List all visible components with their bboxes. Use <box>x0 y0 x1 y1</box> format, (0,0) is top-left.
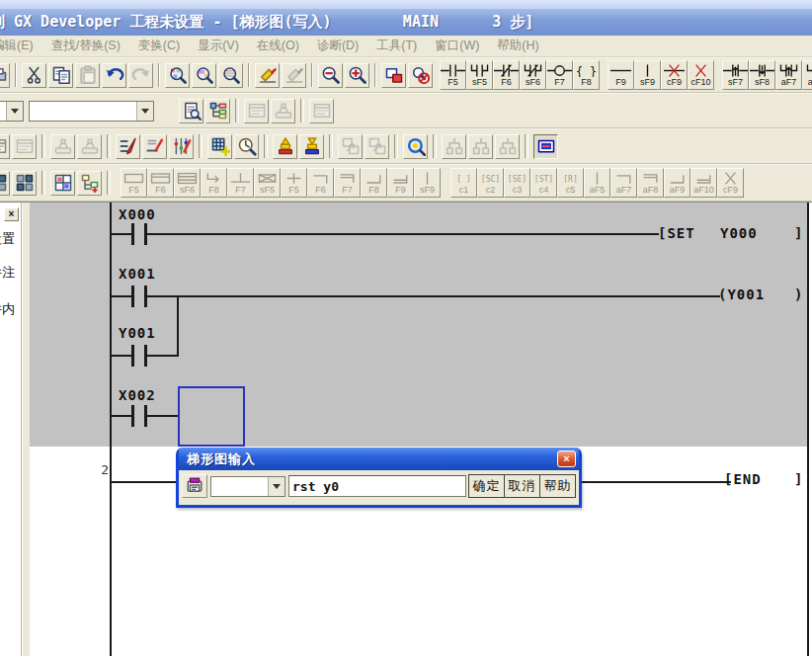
monitor-find-button[interactable] <box>403 134 428 159</box>
cut-button[interactable] <box>22 63 46 88</box>
parallel-falling-pulse-key-aF8[interactable]: aF8 <box>802 60 812 90</box>
closed-contact-key-F6[interactable]: F6 <box>493 60 520 90</box>
device-label-x002[interactable]: X002 <box>119 387 156 403</box>
copy-button[interactable] <box>48 63 73 88</box>
circuit-edit-button[interactable] <box>116 134 140 159</box>
device-label-y001[interactable]: Y001 <box>119 325 156 341</box>
delete-horizontal-line-key-cF9[interactable]: cF9 <box>661 60 688 90</box>
end-instruction[interactable]: [END <box>724 471 762 487</box>
window-title: 列 GX Developer 工程未设置 - [梯形图(写入) MAIN 3 步… <box>0 13 533 32</box>
menu-item-8[interactable]: 帮助(H) <box>488 38 547 54</box>
sfc-bracket-key-c1: [ ]c1 <box>450 168 477 198</box>
help-button[interactable]: 帮助 <box>539 474 576 498</box>
rising-pulse-key-sF7[interactable]: sF7 <box>722 60 749 90</box>
coil-y001[interactable]: (Y001 <box>718 287 765 302</box>
comment-display-button[interactable] <box>205 99 230 123</box>
block-list-button[interactable] <box>0 171 10 196</box>
device-find-button[interactable] <box>179 99 203 123</box>
menu-item-1[interactable]: 查找/替换(S) <box>42 38 129 54</box>
find-device-button[interactable] <box>165 63 190 88</box>
find-step-button[interactable] <box>218 63 243 88</box>
set-device-y000[interactable]: Y000 <box>720 225 758 241</box>
horizontal-line-key-F9[interactable]: F9 <box>608 60 634 90</box>
block-insert-button[interactable] <box>207 134 232 159</box>
device-set-button[interactable] <box>273 134 297 159</box>
falling-pulse-key-sF8[interactable]: sF8 <box>749 60 775 90</box>
sfc-vline-key-aF5: aF5 <box>584 168 610 198</box>
coil-key-F7[interactable]: F7 <box>546 60 573 90</box>
open-contact-key-F5[interactable]: F5 <box>440 60 466 90</box>
stamp_set-icon <box>276 136 295 156</box>
del_v-symbol-icon <box>718 172 743 185</box>
parallel-closed-contact-key-sF6[interactable]: sF6 <box>520 60 546 90</box>
set-instruction[interactable]: [SET <box>658 225 695 241</box>
remote-operation-button <box>77 134 102 159</box>
ladder-key-group-2: sF7sF8aF7aF8 <box>722 60 812 90</box>
split-screen-button[interactable] <box>381 63 406 88</box>
tree-item-device-comment[interactable]: 件注 <box>0 264 22 282</box>
device-label-x001[interactable]: X001 <box>119 266 156 282</box>
menu-item-2[interactable]: 变换(C) <box>129 38 189 54</box>
gwin-icon <box>312 101 332 121</box>
device-edit-button[interactable] <box>169 134 194 159</box>
grid_plus-icon <box>210 136 230 156</box>
tree-item-project[interactable]: 设置 <box>0 230 22 248</box>
delete-vertical-line-key-cF10[interactable]: cF10 <box>688 60 714 90</box>
device-reset-button[interactable] <box>299 134 324 159</box>
grid-display-button[interactable] <box>50 171 75 196</box>
sfc-end-key-F7: F7 <box>227 168 254 198</box>
device-select-dropdown[interactable] <box>29 101 154 122</box>
wire-segment <box>112 355 131 357</box>
device-label-x000[interactable]: X000 <box>119 206 156 222</box>
menu-item-3[interactable]: 显示(V) <box>189 38 248 54</box>
menu-item-4[interactable]: 在线(O) <box>248 38 308 54</box>
wire-segment <box>147 355 179 357</box>
find-instruction-button[interactable] <box>192 63 216 88</box>
sfc-corner-key-aF9: aF9 <box>664 168 690 198</box>
dialog-title-bar[interactable]: 梯形图输入 × <box>179 448 579 470</box>
crn3-symbol-icon <box>665 172 690 185</box>
screen-icon <box>384 65 404 85</box>
instruction-input[interactable] <box>288 475 466 497</box>
display-off-button[interactable] <box>408 63 433 88</box>
hline-symbol-icon <box>609 64 633 77</box>
symbol-type-dropdown[interactable] <box>210 476 285 497</box>
instruction-list-icon-button[interactable] <box>182 474 207 498</box>
dialog-close-button[interactable]: × <box>557 451 576 467</box>
zoom-out-button[interactable] <box>318 63 343 88</box>
application-instruction-key-F8[interactable]: { }F8 <box>573 60 600 90</box>
ok-button[interactable]: 确定 <box>468 474 505 498</box>
parallel-open-contact-key-sF5[interactable]: sF5 <box>466 60 493 90</box>
toolbar-separator <box>158 63 160 87</box>
panel-close-button[interactable]: × <box>4 207 19 221</box>
menu-item-5[interactable]: 诊断(D) <box>308 38 367 54</box>
chevron-down-icon[interactable] <box>136 102 153 121</box>
tree-add-button[interactable] <box>77 171 102 196</box>
printer-button[interactable] <box>0 63 10 88</box>
zoom-in-button[interactable] <box>345 63 369 88</box>
edge-tool-button[interactable] <box>0 134 10 159</box>
sfc-vline-key-sF9: sF9 <box>414 168 441 198</box>
parallel-rising-pulse-key-aF7[interactable]: aF7 <box>775 60 802 90</box>
program-blocks-button[interactable] <box>12 171 37 196</box>
tree-item-device-memory[interactable]: 件内 <box>0 300 22 318</box>
sfc-corner-key-aF8: aF8 <box>637 168 664 198</box>
program-select-dropdown[interactable] <box>0 101 24 122</box>
undo-button[interactable] <box>102 63 126 88</box>
cancel-button[interactable]: 取消 <box>504 474 540 498</box>
edit-cursor[interactable] <box>178 386 245 447</box>
svg-text:[R]: [R] <box>563 175 577 184</box>
time-find-button[interactable] <box>234 134 259 159</box>
menu-item-7[interactable]: 窗口(W) <box>426 38 488 54</box>
brk-symbol-icon: [R] <box>558 172 583 185</box>
insert-mode-button[interactable] <box>533 134 558 159</box>
chevron-down-icon[interactable] <box>268 477 284 496</box>
chevron-down-icon[interactable] <box>6 102 23 121</box>
vertical-line-key-sF9[interactable]: sF9 <box>634 60 661 90</box>
ladder-editor[interactable]: X000 [SET Y000 ] X001 (Y001 ) Y001 X0 <box>30 203 812 656</box>
menu-item-0[interactable]: 编辑(E) <box>0 38 42 54</box>
ladder-marker-button[interactable] <box>255 63 280 88</box>
line-edit-button[interactable] <box>142 134 167 159</box>
title-bar[interactable]: 列 GX Developer 工程未设置 - [梯形图(写入) MAIN 3 步… <box>0 9 812 36</box>
menu-item-6[interactable]: 工具(T) <box>367 38 426 54</box>
